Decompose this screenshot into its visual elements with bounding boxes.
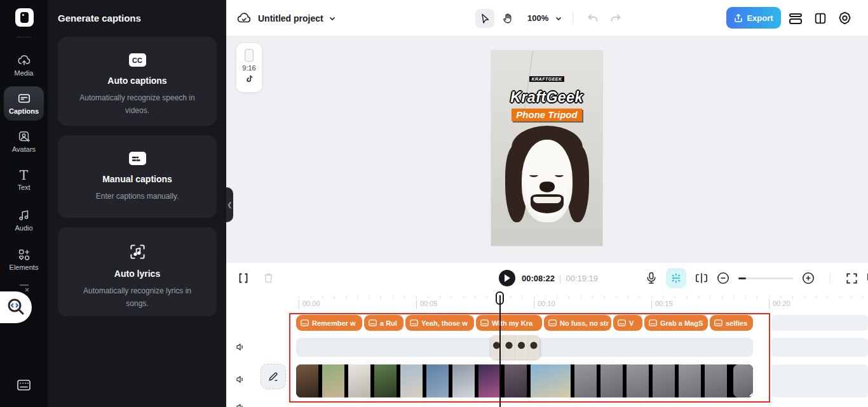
timeline-ruler[interactable]: 00:0000:0500:1000:1500:20 [226, 293, 868, 312]
caption-clip[interactable]: a Rul [364, 315, 403, 331]
caption-clip[interactable]: selfies [710, 315, 753, 331]
sidebar-item-label: Media [4, 69, 44, 77]
caption-clip[interactable]: V [613, 315, 642, 331]
chevron-down-icon[interactable] [555, 15, 562, 22]
caption-clip-label: No fuss, no str [560, 319, 609, 327]
card-manual-captions[interactable]: Manual captionsEnter captions manually. [58, 135, 217, 218]
sidebar-item-text[interactable]: TText [4, 166, 44, 191]
sidebar-item-label: Captions [4, 107, 44, 115]
main-video-clip[interactable] [296, 364, 753, 397]
sidebar-item-media[interactable]: Media [4, 51, 44, 77]
zoom-level[interactable]: 100% [527, 13, 548, 23]
card-auto-captions[interactable]: CCAuto captionsAutomatically recognize s… [58, 37, 217, 126]
fit-timeline-icon[interactable] [846, 272, 858, 284]
overlay-badge-text: KRAFTGEEK [491, 77, 602, 81]
sidebar-item-captions[interactable]: Captions [4, 86, 44, 121]
video-preview[interactable]: KRAFTGEEK KraftGeek Phone Tripod [491, 51, 602, 246]
project-title[interactable]: Untitled project [258, 13, 323, 23]
panel-collapse-handle[interactable]: ❮ [226, 187, 233, 222]
phone-frame-icon [245, 49, 254, 62]
video-track-empty[interactable] [771, 364, 868, 397]
aspect-ratio-card[interactable]: 9:16 [236, 43, 262, 92]
voiceover-mic-icon[interactable] [646, 272, 657, 284]
select-tool-button[interactable] [475, 9, 494, 28]
split-view-icon[interactable] [813, 11, 827, 25]
video-thumbnail [374, 364, 397, 397]
sidebar-item-label: Avatars [4, 145, 44, 153]
keyboard-shortcuts-icon[interactable] [17, 380, 31, 390]
caption-clip[interactable]: No fuss, no str [544, 315, 611, 331]
undo-button[interactable] [583, 9, 602, 28]
caption-clip-label: selfies [726, 319, 747, 327]
video-thumbnail [400, 364, 423, 397]
overlay-title-text: KraftGeek [491, 89, 602, 106]
caption-clip-label: a Rul [380, 319, 397, 327]
sidebar: MediaCaptionsAvatarsTTextAudioElements [0, 0, 48, 407]
ruler-label: 00:05 [416, 300, 438, 309]
export-button[interactable]: Export [726, 7, 781, 29]
timecode: 00:08:22 | 00:19:19 [522, 274, 598, 283]
card-description: Enter captions manually. [73, 190, 201, 203]
caption-icon [301, 319, 309, 326]
ruler-label: 00:15 [651, 300, 673, 309]
overlay-subtitle-text: Phone Tripod [491, 109, 602, 120]
sidebar-item-elements[interactable]: Elements [4, 245, 44, 271]
edit-track-button[interactable] [261, 364, 286, 389]
audio-track-empty[interactable] [771, 338, 868, 357]
sidebar-item-label: Elements [4, 264, 44, 271]
sidebar-item-avatars[interactable]: Avatars [4, 127, 44, 153]
mute-track-icon[interactable] [235, 342, 246, 352]
play-button[interactable] [499, 270, 515, 286]
mute-track-icon[interactable] [235, 374, 246, 385]
caption-track-empty[interactable] [771, 315, 868, 331]
timeline-zoom-slider[interactable] [738, 277, 793, 279]
caption-clip-label: With my Kra [492, 319, 532, 327]
settings-gear-icon[interactable] [837, 11, 852, 25]
split-clip-icon[interactable] [238, 272, 249, 284]
caption-clip[interactable]: Yeah, those w [405, 315, 474, 331]
mute-track-icon[interactable] [235, 402, 246, 407]
zoom-in-icon[interactable] [802, 272, 815, 284]
chevron-down-icon[interactable] [329, 15, 336, 22]
timeline-toolbar: 00:08:22 | 00:19:19 [226, 262, 868, 293]
video-thumbnail [705, 364, 727, 397]
hand-tool-button[interactable] [498, 9, 517, 28]
overlay-video-clip[interactable] [491, 335, 540, 359]
avatars-icon [4, 130, 44, 143]
auto-captions-active-button[interactable] [666, 268, 686, 288]
video-thumbnail [505, 364, 527, 397]
app-logo-icon[interactable] [15, 8, 34, 27]
video-thumbnail [296, 364, 318, 397]
trim-clip-icon[interactable] [695, 272, 708, 284]
panel-title: Generate captions [58, 13, 141, 23]
redo-button[interactable] [606, 9, 625, 28]
audio-icon [4, 208, 44, 222]
tiktok-icon [245, 74, 254, 83]
render-queue-icon[interactable] [788, 11, 803, 26]
card-auto-lyrics[interactable]: Auto lyricsAutomatically recognize lyric… [58, 227, 217, 316]
sidebar-item-audio[interactable]: Audio [4, 206, 44, 232]
timeline-tracks: Remember wa RulYeah, those wWith my KraN… [226, 312, 868, 407]
preview-canvas[interactable]: 9:16 KRAFTGEEK KraftGeek Phone Tripod [226, 36, 868, 262]
toolbar-divider [573, 13, 573, 24]
video-thumbnail [426, 364, 449, 397]
magnifier-code-icon [6, 298, 25, 317]
caption-clip-label: Remember w [312, 319, 355, 327]
caption-clip-label: Grab a MagS [660, 319, 703, 327]
sidebar-item-label: Audio [4, 224, 44, 232]
pencil-icon [268, 371, 279, 382]
video-thumbnail [627, 364, 649, 397]
aspect-ratio-label: 9:16 [242, 64, 255, 72]
caption-clip[interactable]: With my Kra [476, 315, 542, 331]
zoom-out-icon[interactable] [717, 272, 729, 284]
text-icon: T [4, 169, 44, 182]
ruler-label: 00:00 [299, 300, 320, 309]
caption-clip[interactable]: Grab a MagS [644, 315, 708, 331]
caption-clip[interactable]: Remember w [296, 315, 362, 331]
video-thumbnail [733, 364, 753, 397]
auto-captions-icon: CC [58, 53, 217, 67]
delete-icon[interactable] [263, 272, 274, 284]
inspect-overlay[interactable] [0, 291, 32, 323]
caption-icon [714, 319, 722, 326]
auto-lyrics-icon [58, 244, 217, 260]
